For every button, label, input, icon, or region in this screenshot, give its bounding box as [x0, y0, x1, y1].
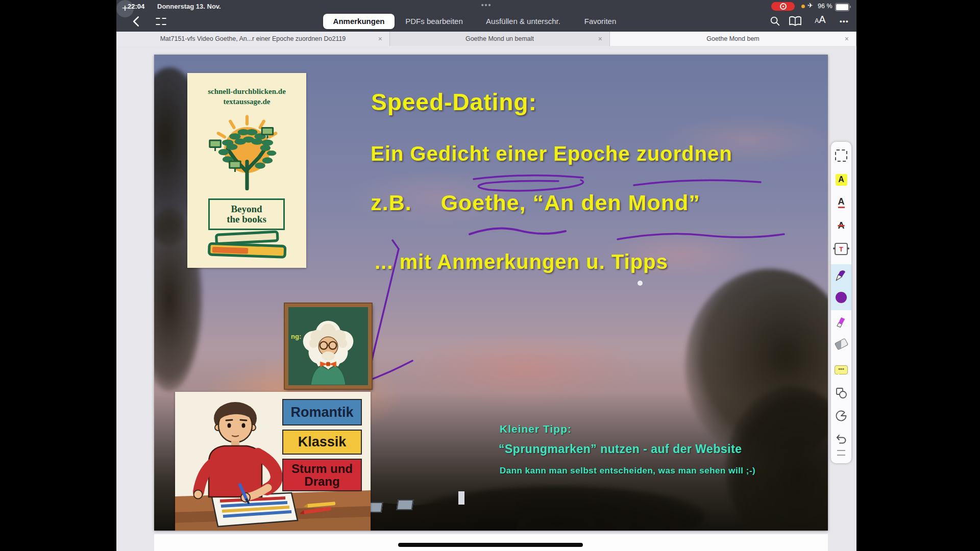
- screen: 22:04 Donnerstag 13. Nov. ••• ✈ 96 % Anm…: [0, 0, 980, 551]
- pdf-app-window: 22:04 Donnerstag 13. Nov. ••• ✈ 96 % Anm…: [116, 0, 856, 551]
- battery-icon: [835, 3, 849, 11]
- logo-badge: Beyond the books: [208, 198, 285, 230]
- home-indicator[interactable]: [398, 543, 583, 547]
- annotation-tool-palette: A A A T •••: [831, 142, 851, 463]
- document-area: schnell-durchblicken.de textaussage.de: [116, 46, 856, 551]
- tab-favoriten[interactable]: Favoriten: [580, 14, 621, 29]
- tool-undo-button[interactable]: [833, 431, 849, 447]
- document-tab-bar: Mat7151-vfs Video Goethe, An...r einer E…: [116, 32, 856, 46]
- pdf-page-canvas[interactable]: schnell-durchblicken.de textaussage.de: [154, 55, 828, 531]
- undo-icon: [835, 433, 847, 445]
- epoch-label-sturm-und-drang: Sturm und Drang: [282, 459, 362, 491]
- privacy-dot-icon: [801, 5, 805, 8]
- epoch-label-klassik: Klassik: [282, 430, 362, 455]
- top-toolbar: 22:04 Donnerstag 13. Nov. ••• ✈ 96 % Anm…: [116, 0, 856, 32]
- roof-window: [397, 499, 414, 510]
- tool-highlighter-button[interactable]: [833, 313, 849, 330]
- slide-heading-1: Speed-Dating:: [371, 88, 537, 116]
- highlighter-icon: [835, 315, 848, 328]
- logo-site-line2: textaussage.de: [187, 97, 306, 106]
- tool-comment-button[interactable]: •••: [833, 362, 849, 378]
- tool-pen-button-selected[interactable]: [833, 267, 849, 284]
- goethe-cartoon: [288, 307, 368, 385]
- badge-line2: the books: [227, 214, 266, 224]
- pie-select-icon: [835, 410, 847, 422]
- tree-of-monitors-logo: [203, 110, 291, 190]
- tool-highlight-button[interactable]: A: [833, 171, 849, 188]
- badge-line1: Beyond: [231, 204, 262, 214]
- chalkboard-text-fragment: ng:: [291, 333, 301, 340]
- thumbnails-grid-button[interactable]: [155, 16, 166, 27]
- reading-view-button[interactable]: [788, 15, 802, 28]
- document-tab-1[interactable]: Mat7151-vfs Video Goethe, An...r einer E…: [116, 32, 390, 46]
- search-icon: [769, 15, 780, 27]
- highlight-text-icon: A: [836, 174, 847, 186]
- document-tab-title: Goethe Mond bem: [706, 35, 760, 42]
- status-ellipsis: •••: [116, 1, 856, 9]
- close-tab-icon[interactable]: ×: [378, 32, 382, 46]
- document-tab-title: Mat7151-vfs Video Goethe, An...r einer E…: [160, 35, 346, 42]
- tip-title: Kleiner Tipp:: [500, 423, 572, 435]
- books-stack-graphic: [199, 230, 296, 263]
- tool-eraser-button[interactable]: [833, 336, 849, 352]
- comment-bubble-icon: •••: [835, 365, 848, 374]
- chimney: [458, 491, 464, 505]
- tab-anmerkungen[interactable]: Anmerkungen: [323, 14, 395, 29]
- slide-heading-2: Ein Gedicht einer Epoche zuordnen: [371, 142, 732, 165]
- close-tab-icon[interactable]: ×: [845, 32, 849, 46]
- marquee-select-icon: [835, 149, 847, 162]
- eraser-icon: [834, 338, 848, 350]
- back-button[interactable]: [129, 14, 143, 29]
- tool-color-swatch-button[interactable]: [833, 289, 849, 306]
- ellipsis-icon: •••: [840, 17, 849, 25]
- search-button[interactable]: [769, 15, 781, 27]
- tool-pie-select-button[interactable]: [833, 408, 849, 424]
- text-size-large-letter: A: [819, 14, 825, 26]
- text-size-small-letter: A: [815, 17, 819, 24]
- logo-card: schnell-durchblicken.de textaussage.de: [187, 73, 306, 268]
- tool-strikethrough-button[interactable]: A: [833, 217, 849, 234]
- strikethrough-text-icon: A: [838, 221, 845, 230]
- underline-text-icon: A: [838, 197, 845, 208]
- more-menu-button[interactable]: •••: [835, 14, 853, 28]
- tool-shapes-button[interactable]: [833, 385, 849, 401]
- document-tab-2[interactable]: Goethe Mond un bemalt ×: [390, 32, 610, 46]
- slide-heading-3: z.B. Goethe, “An den Mond”: [371, 190, 700, 215]
- palette-drag-handle-icon[interactable]: [837, 450, 845, 456]
- airplane-mode-icon: ✈: [807, 2, 813, 9]
- shapes-icon: [835, 387, 847, 399]
- epoch-label-romantik: Romantik: [282, 399, 362, 425]
- screen-recording-indicator[interactable]: [771, 2, 795, 11]
- battery-percent: 96 %: [818, 3, 832, 10]
- tool-textbox-button[interactable]: T: [833, 241, 849, 257]
- logo-site-line1: schnell-durchblicken.de: [187, 87, 306, 96]
- tip-line2: Dann kann man selbst entscheiden, was ma…: [500, 466, 755, 476]
- open-book-icon: [789, 16, 802, 27]
- document-tab-title: Goethe Mond un bemalt: [465, 35, 534, 42]
- tab-pdfs-bearbeiten[interactable]: PDFs bearbeiten: [402, 14, 466, 29]
- goethe-portrait-image: ng:: [285, 304, 372, 389]
- text-box-icon: T: [835, 243, 848, 255]
- tab-ausfuellen-unterschreiben[interactable]: Ausfüllen & unterschr.: [480, 14, 567, 29]
- slide-heading-4: ... mit Anmerkungen u. Tipps: [375, 251, 668, 273]
- text-size-button[interactable]: AA: [812, 14, 829, 28]
- purple-color-swatch-icon: [836, 292, 847, 303]
- tool-underline-button[interactable]: A: [833, 194, 849, 211]
- tip-line1: “Sprungmarken” nutzen - auf der Website: [499, 442, 742, 456]
- document-tab-3-active[interactable]: Goethe Mond bem ×: [610, 32, 856, 46]
- tool-marquee-button[interactable]: [833, 147, 849, 164]
- chevron-left-icon: [133, 16, 139, 27]
- boy-writing-image: Romantik Klassik Sturm und Drang: [175, 392, 371, 531]
- record-icon: [780, 3, 787, 10]
- close-tab-icon[interactable]: ×: [598, 32, 602, 46]
- pen-icon: [835, 269, 848, 282]
